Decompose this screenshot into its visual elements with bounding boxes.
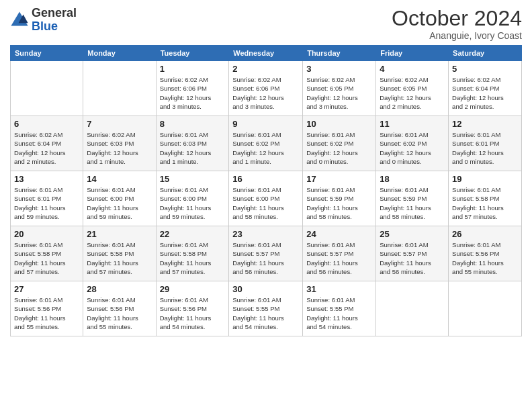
day-info: Sunrise: 6:02 AM Sunset: 6:05 PM Dayligh… [306,75,372,111]
table-row [83,61,156,116]
day-number: 24 [306,229,372,239]
table-row: 7Sunrise: 6:02 AM Sunset: 6:03 PM Daylig… [83,116,156,171]
table-row: 9Sunrise: 6:01 AM Sunset: 6:02 PM Daylig… [229,116,303,171]
logo-text-line2: Blue [32,20,77,34]
day-info: Sunrise: 6:01 AM Sunset: 6:03 PM Dayligh… [160,130,226,166]
table-row: 13Sunrise: 6:01 AM Sunset: 6:01 PM Dayli… [11,171,83,226]
day-info: Sunrise: 6:01 AM Sunset: 5:59 PM Dayligh… [306,185,372,221]
table-row: 23Sunrise: 6:01 AM Sunset: 5:57 PM Dayli… [229,226,303,281]
table-row: 30Sunrise: 6:01 AM Sunset: 5:55 PM Dayli… [229,281,303,336]
day-number: 15 [160,174,226,184]
col-thursday: Thursday [303,46,376,61]
table-row: 22Sunrise: 6:01 AM Sunset: 5:58 PM Dayli… [156,226,229,281]
day-number: 19 [452,174,518,184]
location-subtitle: Ananguie, Ivory Coast [392,30,522,41]
day-number: 20 [14,229,79,239]
calendar-table: Sunday Monday Tuesday Wednesday Thursday… [10,45,522,336]
day-number: 21 [87,229,152,239]
day-number: 29 [160,284,226,294]
table-row: 1Sunrise: 6:02 AM Sunset: 6:06 PM Daylig… [156,61,229,116]
calendar-body: 1Sunrise: 6:02 AM Sunset: 6:06 PM Daylig… [11,61,522,336]
title-block: October 2024 Ananguie, Ivory Coast [392,7,522,41]
day-info: Sunrise: 6:01 AM Sunset: 5:57 PM Dayligh… [232,240,299,276]
day-number: 12 [452,119,518,129]
day-number: 13 [14,174,79,184]
day-number: 9 [232,119,299,129]
table-row: 5Sunrise: 6:02 AM Sunset: 6:04 PM Daylig… [449,61,522,116]
logo-text-line1: General [32,7,77,20]
day-number: 25 [380,229,445,239]
day-number: 30 [232,284,299,294]
day-info: Sunrise: 6:01 AM Sunset: 6:00 PM Dayligh… [232,185,299,221]
table-row: 25Sunrise: 6:01 AM Sunset: 5:57 PM Dayli… [376,226,449,281]
day-number: 10 [306,119,372,129]
table-row: 18Sunrise: 6:01 AM Sunset: 5:59 PM Dayli… [376,171,449,226]
day-info: Sunrise: 6:02 AM Sunset: 6:04 PM Dayligh… [14,130,79,166]
day-info: Sunrise: 6:01 AM Sunset: 6:01 PM Dayligh… [14,185,79,221]
table-row: 27Sunrise: 6:01 AM Sunset: 5:56 PM Dayli… [11,281,83,336]
logo-icon [10,11,29,30]
day-info: Sunrise: 6:01 AM Sunset: 6:00 PM Dayligh… [160,185,226,221]
day-number: 5 [452,64,518,74]
logo: General Blue [10,7,77,34]
table-row: 14Sunrise: 6:01 AM Sunset: 6:00 PM Dayli… [83,171,156,226]
day-number: 28 [87,284,152,294]
day-number: 16 [232,174,299,184]
day-number: 14 [87,174,152,184]
table-row: 12Sunrise: 6:01 AM Sunset: 6:01 PM Dayli… [449,116,522,171]
day-info: Sunrise: 6:02 AM Sunset: 6:06 PM Dayligh… [232,75,299,111]
col-wednesday: Wednesday [229,46,303,61]
table-row [11,61,83,116]
day-number: 22 [160,229,226,239]
main-container: General Blue October 2024 Ananguie, Ivor… [0,0,532,340]
table-row: 24Sunrise: 6:01 AM Sunset: 5:57 PM Dayli… [303,226,376,281]
table-row: 6Sunrise: 6:02 AM Sunset: 6:04 PM Daylig… [11,116,83,171]
day-info: Sunrise: 6:01 AM Sunset: 5:56 PM Dayligh… [452,240,518,276]
table-row: 2Sunrise: 6:02 AM Sunset: 6:06 PM Daylig… [229,61,303,116]
day-info: Sunrise: 6:01 AM Sunset: 5:57 PM Dayligh… [306,240,372,276]
table-row: 29Sunrise: 6:01 AM Sunset: 5:56 PM Dayli… [156,281,229,336]
day-info: Sunrise: 6:01 AM Sunset: 6:02 PM Dayligh… [306,130,372,166]
day-info: Sunrise: 6:01 AM Sunset: 6:00 PM Dayligh… [87,185,152,221]
day-number: 4 [380,64,445,74]
col-tuesday: Tuesday [156,46,229,61]
day-info: Sunrise: 6:01 AM Sunset: 5:56 PM Dayligh… [160,295,226,331]
day-number: 1 [160,64,226,74]
day-number: 6 [14,119,79,129]
table-row: 28Sunrise: 6:01 AM Sunset: 5:56 PM Dayli… [83,281,156,336]
day-info: Sunrise: 6:02 AM Sunset: 6:05 PM Dayligh… [380,75,445,111]
table-row: 3Sunrise: 6:02 AM Sunset: 6:05 PM Daylig… [303,61,376,116]
table-row: 21Sunrise: 6:01 AM Sunset: 5:58 PM Dayli… [83,226,156,281]
table-row: 17Sunrise: 6:01 AM Sunset: 5:59 PM Dayli… [303,171,376,226]
table-row: 15Sunrise: 6:01 AM Sunset: 6:00 PM Dayli… [156,171,229,226]
day-number: 11 [380,119,445,129]
day-number: 3 [306,64,372,74]
day-number: 31 [306,284,372,294]
table-row: 19Sunrise: 6:01 AM Sunset: 5:58 PM Dayli… [449,171,522,226]
header: General Blue October 2024 Ananguie, Ivor… [10,7,522,41]
day-info: Sunrise: 6:01 AM Sunset: 5:58 PM Dayligh… [87,240,152,276]
day-info: Sunrise: 6:01 AM Sunset: 5:58 PM Dayligh… [452,185,518,221]
table-row: 16Sunrise: 6:01 AM Sunset: 6:00 PM Dayli… [229,171,303,226]
day-info: Sunrise: 6:02 AM Sunset: 6:04 PM Dayligh… [452,75,518,111]
day-info: Sunrise: 6:01 AM Sunset: 5:57 PM Dayligh… [380,240,445,276]
day-info: Sunrise: 6:01 AM Sunset: 5:58 PM Dayligh… [160,240,226,276]
table-row: 20Sunrise: 6:01 AM Sunset: 5:58 PM Dayli… [11,226,83,281]
table-row: 31Sunrise: 6:01 AM Sunset: 5:55 PM Dayli… [303,281,376,336]
day-info: Sunrise: 6:02 AM Sunset: 6:06 PM Dayligh… [160,75,226,111]
day-info: Sunrise: 6:01 AM Sunset: 5:55 PM Dayligh… [232,295,299,331]
calendar-header: Sunday Monday Tuesday Wednesday Thursday… [11,46,522,61]
day-number: 23 [232,229,299,239]
day-info: Sunrise: 6:01 AM Sunset: 5:56 PM Dayligh… [87,295,152,331]
day-number: 7 [87,119,152,129]
day-info: Sunrise: 6:02 AM Sunset: 6:03 PM Dayligh… [87,130,152,166]
col-sunday: Sunday [11,46,83,61]
day-info: Sunrise: 6:01 AM Sunset: 6:02 PM Dayligh… [232,130,299,166]
day-info: Sunrise: 6:01 AM Sunset: 6:01 PM Dayligh… [452,130,518,166]
day-number: 17 [306,174,372,184]
table-row: 10Sunrise: 6:01 AM Sunset: 6:02 PM Dayli… [303,116,376,171]
table-row: 26Sunrise: 6:01 AM Sunset: 5:56 PM Dayli… [449,226,522,281]
day-number: 2 [232,64,299,74]
col-friday: Friday [376,46,449,61]
day-number: 18 [380,174,445,184]
